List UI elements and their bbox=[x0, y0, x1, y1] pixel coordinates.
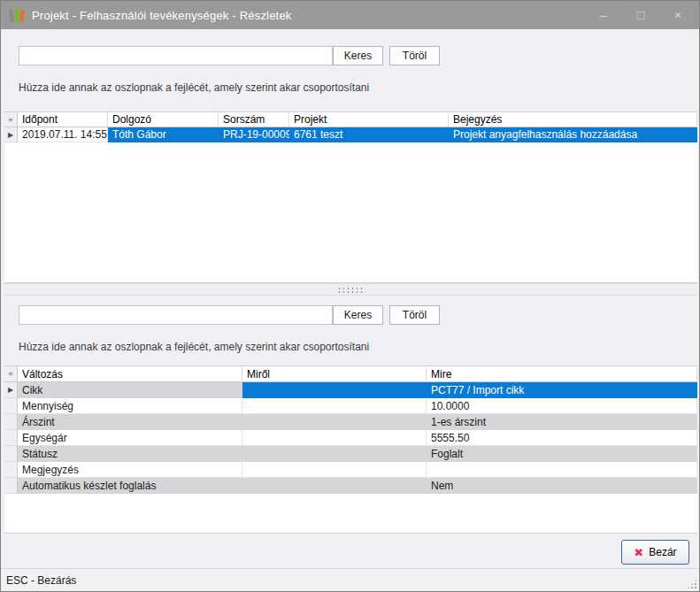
cell-mirol[interactable] bbox=[242, 430, 427, 446]
cell-mire[interactable]: 10.0000 bbox=[427, 398, 697, 414]
activities-grid: ✳ Időpont Dolgozó Sorszám Projekt Bejegy… bbox=[4, 111, 697, 283]
cell-idopont[interactable]: 2019.07.11. 14:55: bbox=[18, 127, 108, 142]
column-header-mire[interactable]: Mire bbox=[427, 366, 697, 382]
table-row[interactable]: Árszint 1-es árszint bbox=[4, 414, 697, 430]
status-bar: ESC - Bezárás bbox=[1, 568, 699, 591]
panel-splitter[interactable] bbox=[4, 283, 697, 296]
grid-corner-star-icon: ✳ bbox=[4, 112, 18, 127]
cell-mire[interactable]: Nem bbox=[427, 478, 697, 494]
dialog-window: Projekt - Felhasználói tevékenységek - R… bbox=[0, 0, 700, 592]
table-row[interactable]: Státusz Foglalt bbox=[4, 446, 697, 462]
window-title: Projekt - Felhasználói tevékenységek - R… bbox=[32, 9, 292, 22]
column-header-projekt[interactable]: Projekt bbox=[289, 112, 449, 127]
table-row[interactable]: ▶ Cikk PCT77 / Import cikk bbox=[4, 382, 697, 398]
cell-bejegyzes[interactable]: Projekt anyagfelhasználás hozzáadása bbox=[449, 127, 697, 142]
group-by-hint-bottom: Húzza ide annak az oszlopnak a fejlécét,… bbox=[19, 341, 369, 353]
column-header-valtozas[interactable]: Változás bbox=[18, 366, 242, 382]
group-by-hint-top: Húzza ide annak az oszlopnak a fejlécét,… bbox=[19, 81, 369, 94]
search-input-bottom[interactable] bbox=[19, 305, 333, 325]
table-row[interactable]: Mennyiség 10.0000 bbox=[4, 398, 697, 414]
cell-mire[interactable]: Foglalt bbox=[427, 446, 697, 462]
cell-sorszam[interactable]: PRJ-19-000099 bbox=[219, 127, 289, 142]
splitter-grip-icon bbox=[337, 287, 365, 293]
changes-header-row: ✳ Változás Miről Mire bbox=[4, 366, 697, 382]
cell-projekt[interactable]: 6761 teszt bbox=[289, 127, 449, 142]
search-button-top[interactable]: Keres bbox=[333, 46, 383, 65]
cell-valtozas[interactable]: Egységár bbox=[18, 430, 242, 446]
column-header-bejegyzes[interactable]: Bejegyzés bbox=[449, 112, 697, 127]
grid-corner-star-icon: ✳ bbox=[4, 366, 18, 382]
close-button-label: Bezár bbox=[649, 546, 676, 558]
cell-mirol[interactable] bbox=[242, 398, 427, 414]
row-focus-arrow-icon: ▶ bbox=[8, 127, 13, 142]
changes-grid: ✳ Változás Miről Mire ▶ Cikk PCT77 / Imp… bbox=[4, 365, 697, 534]
close-x-icon: ✖ bbox=[634, 547, 643, 558]
cell-valtozas[interactable]: Árszint bbox=[18, 414, 242, 430]
titlebar[interactable]: Projekt - Felhasználói tevékenységek - R… bbox=[1, 1, 699, 29]
table-row[interactable]: Egységár 5555.50 bbox=[4, 430, 697, 446]
cell-mirol[interactable] bbox=[242, 414, 427, 430]
status-hint: ESC - Bezárás bbox=[6, 574, 76, 587]
cell-mirol[interactable] bbox=[242, 382, 427, 398]
close-icon[interactable]: × bbox=[665, 4, 690, 26]
cell-mirol[interactable] bbox=[242, 446, 427, 462]
maximize-icon[interactable]: □ bbox=[628, 4, 653, 26]
app-icon bbox=[9, 7, 25, 23]
close-button[interactable]: ✖ Bezár bbox=[621, 540, 689, 565]
column-header-idopont[interactable]: Időpont bbox=[18, 112, 108, 127]
resize-grip[interactable] bbox=[687, 579, 697, 589]
row-focus-arrow-icon: ▶ bbox=[8, 382, 13, 398]
cell-valtozas[interactable]: Cikk bbox=[18, 382, 242, 398]
minimize-icon[interactable]: – bbox=[591, 4, 616, 26]
cell-mirol[interactable] bbox=[242, 462, 427, 478]
cell-valtozas[interactable]: Megjegyzés bbox=[18, 462, 242, 478]
table-row[interactable]: Automatikus készlet foglalás Nem bbox=[4, 478, 697, 494]
cell-mire[interactable]: 5555.50 bbox=[427, 430, 697, 446]
column-header-mirol[interactable]: Miről bbox=[242, 366, 427, 382]
clear-button-bottom[interactable]: Töröl bbox=[389, 305, 440, 325]
clear-button-top[interactable]: Töröl bbox=[389, 46, 440, 65]
table-row[interactable]: Megjegyzés bbox=[4, 462, 697, 478]
cell-mire[interactable] bbox=[427, 462, 697, 478]
activities-header-row: ✳ Időpont Dolgozó Sorszám Projekt Bejegy… bbox=[4, 112, 697, 127]
cell-valtozas[interactable]: Mennyiség bbox=[18, 398, 242, 414]
table-row[interactable]: ▶ 2019.07.11. 14:55: Tóth Gábor PRJ-19-0… bbox=[4, 127, 697, 142]
column-header-sorszam[interactable]: Sorszám bbox=[219, 112, 289, 127]
cell-mirol[interactable] bbox=[242, 478, 427, 494]
cell-valtozas[interactable]: Státusz bbox=[18, 446, 242, 462]
search-button-bottom[interactable]: Keres bbox=[333, 305, 383, 325]
cell-dolgozo[interactable]: Tóth Gábor bbox=[108, 127, 219, 142]
cell-mire[interactable]: 1-es árszint bbox=[427, 414, 697, 430]
column-header-dolgozo[interactable]: Dolgozó bbox=[108, 112, 219, 127]
cell-mire[interactable]: PCT77 / Import cikk bbox=[427, 382, 697, 398]
search-input-top[interactable] bbox=[19, 46, 333, 65]
cell-valtozas[interactable]: Automatikus készlet foglalás bbox=[18, 478, 242, 494]
